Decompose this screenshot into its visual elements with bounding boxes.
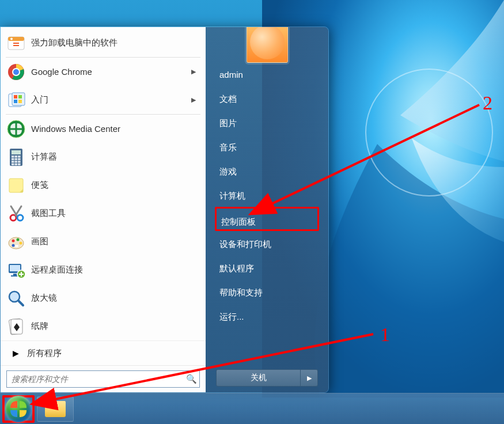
svg-rect-27: [12, 163, 14, 165]
svg-point-34: [12, 239, 15, 242]
program-label: 纸牌: [31, 321, 202, 332]
svg-rect-29: [18, 163, 21, 165]
right-link-8[interactable]: 默认程序: [215, 255, 319, 279]
svg-point-36: [20, 241, 22, 244]
program-label: 远程桌面连接: [31, 264, 202, 275]
svg-rect-30: [9, 179, 23, 192]
program-item-uninstall[interactable]: 强力卸载电脑中的软件: [2, 29, 204, 57]
remote-desktop-icon: [5, 259, 28, 282]
svg-rect-12: [14, 100, 17, 103]
all-programs-label: 所有程序: [27, 348, 62, 359]
search-input[interactable]: [7, 374, 183, 384]
shutdown-options-arrow[interactable]: ▶: [301, 369, 318, 387]
svg-rect-17: [12, 150, 21, 154]
right-link-5[interactable]: 计算机: [215, 183, 319, 207]
svg-rect-13: [18, 100, 22, 103]
program-item-paint[interactable]: 画图: [2, 228, 204, 256]
shutdown-row: 关机 ▶: [216, 369, 318, 387]
svg-rect-20: [18, 156, 21, 158]
svg-rect-9: [12, 93, 25, 105]
chrome-icon: [5, 60, 28, 84]
program-item-wmc[interactable]: Windows Media Center: [2, 115, 204, 143]
right-link-3[interactable]: 音乐: [215, 134, 319, 158]
program-label: 计算器: [31, 152, 202, 162]
right-link-4[interactable]: 游戏: [215, 158, 319, 183]
taskbar: [0, 393, 504, 424]
svg-point-32: [17, 215, 23, 221]
svg-rect-24: [12, 161, 14, 163]
shutdown-button[interactable]: 关机: [216, 369, 301, 387]
folder-icon: [45, 401, 66, 417]
svg-point-4: [10, 37, 13, 40]
annotation-label-2: 2: [483, 92, 492, 114]
svg-rect-19: [15, 156, 18, 158]
svg-rect-21: [12, 158, 14, 160]
right-link-1[interactable]: 文档: [215, 86, 319, 110]
search-icon: 🔍: [183, 374, 199, 384]
svg-point-35: [17, 238, 20, 241]
program-label: Windows Media Center: [31, 124, 202, 134]
svg-point-7: [13, 69, 19, 75]
right-links: admin文档图片音乐游戏计算机控制面板设备和打印机默认程序帮助和支持运行...: [206, 62, 328, 328]
snipping-icon: [5, 202, 28, 225]
sticky-notes-icon: [5, 174, 28, 197]
svg-point-1: [366, 69, 492, 196]
svg-rect-40: [10, 265, 20, 271]
right-link-2[interactable]: 图片: [215, 110, 319, 134]
solitaire-icon: [5, 315, 28, 338]
right-link-6[interactable]: 控制面板: [215, 207, 319, 231]
program-label: 强力卸载电脑中的软件: [31, 37, 202, 48]
start-menu-right-panel: admin文档图片音乐游戏计算机控制面板设备和打印机默认程序帮助和支持运行...…: [206, 27, 328, 392]
all-programs-arrow-icon: ▶: [4, 349, 27, 358]
getting-started-icon: [5, 89, 28, 112]
svg-rect-18: [12, 156, 14, 158]
program-item-calculator[interactable]: 计算器: [2, 143, 204, 171]
taskbar-pinned-explorer[interactable]: [37, 396, 74, 422]
search-wrap: 🔍: [1, 365, 206, 392]
svg-point-37: [12, 244, 15, 247]
svg-rect-23: [18, 158, 21, 160]
uninstall-icon: [5, 32, 28, 55]
submenu-arrow-icon: ▶: [191, 68, 196, 75]
start-button[interactable]: [2, 395, 35, 423]
start-menu: 强力卸载电脑中的软件 Google Chrome ▶ 入门 ▶ Windows …: [0, 26, 329, 393]
right-link-9[interactable]: 帮助和支持: [215, 279, 319, 304]
program-item-sticky-notes[interactable]: 便笺: [2, 171, 204, 199]
program-label: 画图: [31, 236, 202, 247]
svg-rect-26: [18, 161, 21, 163]
submenu-arrow-icon: ▶: [191, 96, 196, 104]
right-link-7[interactable]: 设备和打印机: [215, 231, 319, 255]
svg-rect-28: [15, 163, 18, 165]
program-label: Google Chrome: [31, 67, 191, 77]
program-item-getting-started[interactable]: 入门 ▶: [2, 86, 204, 114]
calculator-icon: [5, 146, 28, 169]
search-box[interactable]: 🔍: [6, 370, 200, 388]
program-label: 便笺: [31, 180, 202, 191]
program-label: 入门: [31, 94, 191, 105]
magnifier-icon: [5, 287, 28, 310]
paint-icon: [5, 230, 28, 253]
svg-rect-41: [13, 274, 17, 275]
svg-rect-25: [15, 161, 18, 163]
program-item-chrome[interactable]: Google Chrome ▶: [2, 58, 204, 86]
wmc-icon: [5, 118, 28, 141]
program-item-magnifier[interactable]: 放大镜: [2, 284, 204, 312]
program-item-snipping[interactable]: 截图工具: [2, 199, 204, 228]
right-link-10[interactable]: 运行...: [215, 304, 319, 328]
svg-rect-22: [15, 158, 18, 160]
annotation-label-1: 1: [380, 324, 390, 346]
program-label: 截图工具: [31, 208, 202, 219]
avatar[interactable]: [247, 26, 288, 63]
program-item-remote-desktop[interactable]: 远程桌面连接: [2, 256, 204, 284]
svg-point-38: [15, 245, 18, 247]
svg-rect-10: [14, 95, 17, 99]
start-menu-left-panel: 强力卸载电脑中的软件 Google Chrome ▶ 入门 ▶ Windows …: [1, 27, 206, 392]
program-label: 放大镜: [31, 293, 202, 304]
program-item-solitaire[interactable]: 纸牌: [2, 312, 204, 340]
start-orb-icon: [5, 396, 32, 422]
right-link-0[interactable]: admin: [215, 62, 319, 86]
svg-rect-11: [18, 95, 22, 99]
all-programs[interactable]: ▶ 所有程序: [1, 340, 206, 365]
programs-list: 强力卸载电脑中的软件 Google Chrome ▶ 入门 ▶ Windows …: [1, 27, 206, 340]
